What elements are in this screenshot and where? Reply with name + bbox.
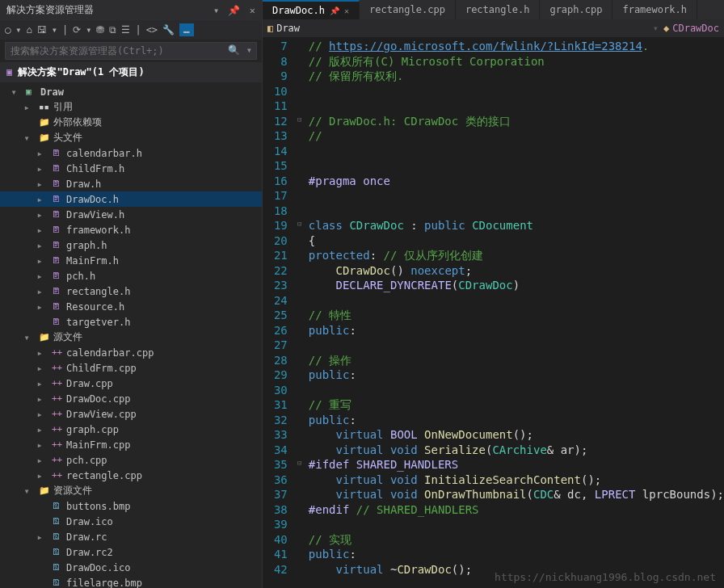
code-line[interactable]: virtual void Serialize(CArchive& ar); [309, 443, 724, 458]
tree-item[interactable]: ▸🖹Draw.h [0, 176, 262, 191]
tree-item[interactable]: 🖻DrawDoc.ico [0, 560, 262, 575]
pin-icon[interactable]: 📌 [228, 5, 240, 16]
code-line[interactable] [309, 517, 724, 532]
expand-icon[interactable]: ▸ [23, 102, 31, 113]
filter-icon[interactable]: ⛃ [96, 24, 104, 36]
editor-tab[interactable]: framework.h [612, 0, 697, 19]
tree-item[interactable]: ▸++MainFrm.cpp [0, 437, 262, 452]
code-line[interactable]: DECLARE_DYNCREATE(CDrawDoc) [309, 278, 724, 293]
fold-marker[interactable]: ⊟ [294, 216, 305, 232]
expand-icon[interactable]: ▸ [36, 301, 44, 313]
showall-icon[interactable]: ☰ [121, 24, 130, 36]
code-line[interactable]: // 特性 [309, 308, 724, 323]
code-line[interactable] [309, 188, 724, 204]
expand-icon[interactable]: ▾ [10, 86, 18, 98]
tree-item[interactable]: ▸🖹MainFrm.h [0, 253, 262, 268]
fold-marker[interactable]: ⊟ [294, 112, 305, 128]
editor-tab[interactable]: rectangle.cpp [360, 0, 456, 19]
code-line[interactable]: // 实现 [309, 532, 724, 548]
tree-item[interactable]: ▸++calendarbar.cpp [0, 345, 262, 360]
pin-icon[interactable]: 📌 [330, 6, 339, 15]
tree-item[interactable]: ▸++rectangle.cpp [0, 468, 262, 483]
home-icon[interactable]: ⌂ [26, 24, 32, 36]
tree-item[interactable]: ▸++Draw.cpp [0, 376, 262, 391]
tree-item[interactable]: 🖻buttons.bmp [0, 498, 262, 514]
expand-icon[interactable]: ▸ [36, 209, 44, 220]
tree-item[interactable]: ▸🖹pch.h [0, 268, 262, 284]
tree-item[interactable]: ▸++pch.cpp [0, 452, 262, 468]
code-line[interactable] [309, 158, 724, 174]
tree-item[interactable]: ▸++DrawDoc.cpp [0, 391, 262, 406]
expand-icon[interactable]: ▸ [36, 531, 44, 543]
expand-icon[interactable]: ▸ [36, 363, 44, 374]
search-input[interactable] [5, 42, 257, 60]
expand-icon[interactable]: ▾ [23, 132, 31, 144]
code-line[interactable] [309, 293, 724, 309]
expand-icon[interactable]: ▸ [36, 271, 44, 282]
close-icon[interactable]: ✕ [250, 5, 255, 16]
expand-icon[interactable]: ▸ [36, 470, 44, 481]
code-line[interactable]: protected: // 仅从序列化创建 [309, 248, 724, 263]
code-line[interactable]: // DrawDoc.h: CDrawDoc 类的接口 [309, 114, 724, 129]
refresh-icon[interactable]: ⟳ [73, 24, 81, 36]
tree-item[interactable]: ▾▣Draw [0, 84, 262, 99]
code-line[interactable]: CDrawDoc() noexcept; [309, 263, 724, 279]
tree-item[interactable]: ▸++DrawView.cpp [0, 406, 262, 422]
code-line[interactable] [309, 144, 724, 159]
source-text[interactable]: // https://go.microsoft.com/fwlink/?Link… [305, 37, 724, 588]
expand-icon[interactable]: ▸ [36, 240, 44, 251]
code-line[interactable]: public: [309, 413, 724, 428]
expand-icon[interactable]: ▸ [36, 378, 44, 389]
close-tab-icon[interactable]: ✕ [344, 6, 349, 15]
code-line[interactable] [309, 383, 724, 398]
code-line[interactable]: #endif // SHARED_HANDLERS [309, 502, 724, 518]
wrench-icon[interactable]: 🗕 [179, 23, 194, 36]
tree-item[interactable]: ▸🖹calendarbar.h [0, 145, 262, 161]
code-line[interactable] [309, 204, 724, 219]
properties-icon[interactable]: 🔧 [162, 24, 175, 36]
expand-icon[interactable]: ▸ [36, 393, 44, 405]
code-line[interactable]: // 版权所有(C) Microsoft Corporation [309, 54, 724, 69]
code-line[interactable]: public: [309, 323, 724, 338]
expand-icon[interactable]: ▸ [36, 148, 44, 159]
code-line[interactable]: public: [309, 547, 724, 562]
editor-tab[interactable]: graph.cpp [540, 0, 612, 19]
code-line[interactable]: virtual void InitializeSearchContent(); [309, 472, 724, 488]
tree-item[interactable]: ▾📁源文件 [0, 330, 262, 345]
expand-icon[interactable]: ▸ [36, 163, 44, 174]
code-line[interactable] [309, 99, 724, 114]
expand-icon[interactable]: ▸ [36, 178, 44, 190]
tree-item[interactable]: 🖻Draw.rc2 [0, 544, 262, 560]
expand-icon[interactable]: ▾ [23, 332, 31, 343]
code-line[interactable]: // [309, 128, 724, 144]
tree-item[interactable]: ▾📁资源文件 [0, 483, 262, 498]
back-icon[interactable]: ◯ [5, 24, 11, 36]
expand-icon[interactable]: ▸ [36, 194, 44, 205]
code-line[interactable] [309, 338, 724, 353]
tree-item[interactable]: 🖹targetver.h [0, 314, 262, 330]
expand-icon[interactable]: ▸ [36, 409, 44, 420]
tree-item[interactable]: ▸🖹DrawDoc.h [0, 191, 262, 207]
expand-icon[interactable]: ▸ [36, 424, 44, 435]
tree-item[interactable]: 🖻filelarge.bmp [0, 575, 262, 588]
tree-item[interactable]: ▸🖻Draw.rc [0, 529, 262, 544]
expand-icon[interactable]: ▸ [36, 347, 44, 359]
expand-icon[interactable]: ▾ [23, 485, 31, 497]
solution-row[interactable]: ▣ 解决方案"Draw"(1 个项目) [0, 62, 262, 82]
editor-tab[interactable]: rectangle.h [456, 0, 540, 19]
expand-icon[interactable]: ▸ [36, 286, 44, 297]
tree-item[interactable]: ▸🖹Resource.h [0, 299, 262, 314]
code-line[interactable]: // 重写 [309, 397, 724, 413]
collapse-icon[interactable]: ⧉ [109, 24, 116, 36]
expand-icon[interactable]: ▸ [36, 439, 44, 451]
save-icon[interactable]: 🖫 [37, 24, 47, 36]
expand-icon[interactable]: ▸ [36, 455, 44, 466]
code-line[interactable]: virtual BOOL OnNewDocument(); [309, 427, 724, 443]
editor-tab[interactable]: DrawDoc.h📌✕ [263, 0, 360, 19]
code-line[interactable]: #ifdef SHARED_HANDLERS [309, 457, 724, 472]
code-line[interactable]: #pragma once [309, 174, 724, 189]
code-line[interactable]: { [309, 233, 724, 249]
tree-item[interactable]: ▸🖹ChildFrm.h [0, 161, 262, 176]
dropdown-icon[interactable]: ▾ [213, 5, 219, 16]
tree-item[interactable]: ▸++graph.cpp [0, 422, 262, 437]
